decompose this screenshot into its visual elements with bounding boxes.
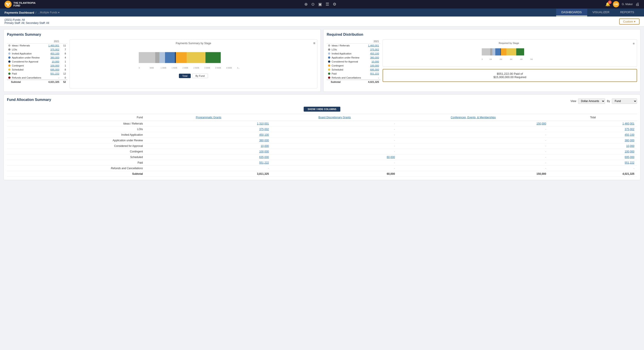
settings-icon[interactable]: ⚙ [333, 2, 336, 7]
alloc-subtotal-c3: 150,000 [398, 171, 549, 177]
alloc-subtotal-row: Subtotal 3,811,325 60,000 150,000 4,021,… [7, 171, 637, 177]
alloc-row-c1: 551,222 [146, 160, 272, 166]
alloc-row: Scheduled 635,000 60,000 - 695,000 [7, 155, 637, 160]
svg-rect-24 [492, 48, 495, 55]
alloc-row-c3: - [398, 138, 549, 143]
paid-line2: $15,000,000.00 Required [386, 75, 634, 79]
breadcrumb-sub[interactable]: ...Multiple Funds ▾ [38, 11, 60, 14]
stage-dot [8, 77, 10, 79]
required-row: Refunds and Cancellations - [327, 76, 380, 80]
payments-row: LOIs 375,002 7 [7, 47, 67, 52]
alloc-subtotal-label: Subtotal [7, 171, 146, 177]
alloc-row-c3: - [398, 149, 549, 155]
svg-point-3 [7, 4, 9, 6]
payments-bar-chart: 0 500k 1 000k 1 500k 2 000k 2 500k 3 000… [72, 47, 315, 71]
req-chart-menu[interactable]: ≡ [633, 42, 634, 45]
alloc-row: Contingent 100,000 - - 100,000 [7, 149, 637, 155]
alloc-row-c1: 1,310,001 [146, 121, 272, 127]
alloc-row-c4: - [549, 166, 637, 171]
stage-dot [8, 56, 10, 59]
custom-button[interactable]: Custom ▾ [619, 18, 640, 24]
payments-chart-menu[interactable]: ≡ [313, 41, 315, 45]
dashboard-icon[interactable]: ▣ [318, 2, 322, 7]
fund-allocation-card: Fund Allocation Summary View Dollar Amou… [4, 94, 640, 180]
req-stage-label: Contingent [332, 64, 344, 67]
alloc-row-label: LOIs [7, 127, 146, 132]
payments-row-amount: 375,002 [43, 47, 60, 52]
list-icon[interactable]: ☰ [326, 2, 329, 7]
svg-text:500k: 500k [150, 67, 154, 69]
payments-row-amount: 551,222 [43, 72, 60, 76]
payments-row-amount: 100,000 [43, 64, 60, 68]
search-icon[interactable]: ⊙ [311, 2, 314, 7]
add-icon[interactable]: ⊕ [304, 2, 308, 7]
stage-dot [8, 64, 10, 67]
payments-row-count: 8 [60, 68, 67, 72]
svg-text:2M: 2M [500, 58, 502, 60]
chart-tab-total[interactable]: Total [179, 74, 191, 78]
svg-rect-26 [500, 48, 501, 55]
payments-row-count: 11 [60, 43, 67, 48]
user-name[interactable]: G. Maker [622, 3, 633, 6]
tab-dashboards[interactable]: DASHBOARDS [556, 9, 587, 16]
req-chart-side: ≡ Required by Stage 0 1M [382, 39, 637, 84]
stage-dot [8, 48, 10, 51]
alloc-row-c4: 450,100 [549, 132, 637, 138]
required-row: Paid 551,222 [327, 72, 380, 76]
req-stage-dot [328, 60, 330, 63]
svg-rect-29 [516, 48, 524, 55]
by-label: By [607, 100, 610, 103]
stage-dot [8, 73, 10, 75]
col-programmatic: Programmatic Grants [146, 114, 272, 121]
required-row-label: Ideas / Referrals [327, 43, 362, 47]
payments-year-header: 2021 [43, 39, 60, 43]
required-distribution-card: Required Distribution 2021 Ideas / Refer [323, 29, 640, 92]
main-content: Payments Summary 2021 I [0, 26, 644, 183]
by-select[interactable]: Fund Program Area Geography [612, 98, 637, 104]
bell-container: 🔔 8 [605, 2, 610, 7]
payments-row: Invited Application 450,100 8 [7, 52, 67, 56]
required-distribution-title: Required Distribution [327, 33, 637, 37]
payments-subtotal-label: Subtotal [7, 80, 43, 84]
alloc-row-label: Ideas / Referrals [7, 121, 146, 127]
required-row: Considered for Approval 10,000 [327, 60, 380, 64]
req-stage-label: Ideas / Referrals [332, 44, 350, 47]
payments-row: Considered for Approval 10,000 1 [7, 60, 67, 64]
payments-row-amount: - [43, 76, 60, 80]
stage-dot [8, 68, 10, 71]
alloc-row-c1: - [146, 166, 272, 171]
req-stage-label: Application under Review [332, 56, 359, 59]
svg-rect-27 [501, 48, 506, 55]
required-row-label: Invited Application [327, 52, 362, 56]
payments-row-label: Application under Review [7, 56, 43, 60]
col-board: Board Discretionary Grants [272, 114, 398, 121]
required-row-label: Application under Review [327, 56, 362, 60]
svg-rect-23 [490, 48, 492, 55]
view-controls: View Dollar Amounts Percentages By Fund … [570, 98, 637, 104]
payments-row-count: 1 [60, 64, 67, 68]
stage-label: Invited Application [12, 52, 32, 55]
req-stage-label: Refunds and Cancellations [332, 76, 361, 79]
required-row-amount: 551,222 [362, 72, 380, 76]
req-stage-label: Scheduled [332, 68, 343, 71]
svg-point-1 [6, 3, 8, 4]
required-row-amount: 375,002 [362, 47, 380, 52]
alloc-row: LOIs 375,002 - - 375,002 [7, 127, 637, 132]
payments-row-label: Scheduled [7, 68, 43, 72]
alloc-row-label: Invited Application [7, 132, 146, 138]
view-select[interactable]: Dollar Amounts Percentages [578, 98, 605, 104]
show-hide-columns-button[interactable]: SHOW / HIDE COLUMNS [304, 107, 340, 112]
stage-label: LOIs [12, 48, 17, 51]
print-icon[interactable]: 🖨 [636, 2, 640, 7]
svg-rect-22 [482, 48, 490, 55]
filter-staff: Primary Staff: All; Secondary Staff: All [4, 21, 49, 24]
req-stage-dot [328, 64, 330, 67]
tab-reports[interactable]: REPORTS [615, 9, 640, 16]
payments-summary-title: Payments Summary [7, 33, 317, 37]
breadcrumb-bar: Payments Dashboard / ...Multiple Funds ▾… [0, 8, 644, 16]
tab-visualizer[interactable]: VISUALIZER [587, 9, 615, 16]
svg-text:3 000k: 3 000k [204, 67, 210, 69]
required-row: LOIs 375,002 [327, 47, 380, 52]
alloc-row-c3: - [398, 127, 549, 132]
chart-tab-byfund[interactable]: By Fund [192, 74, 208, 78]
